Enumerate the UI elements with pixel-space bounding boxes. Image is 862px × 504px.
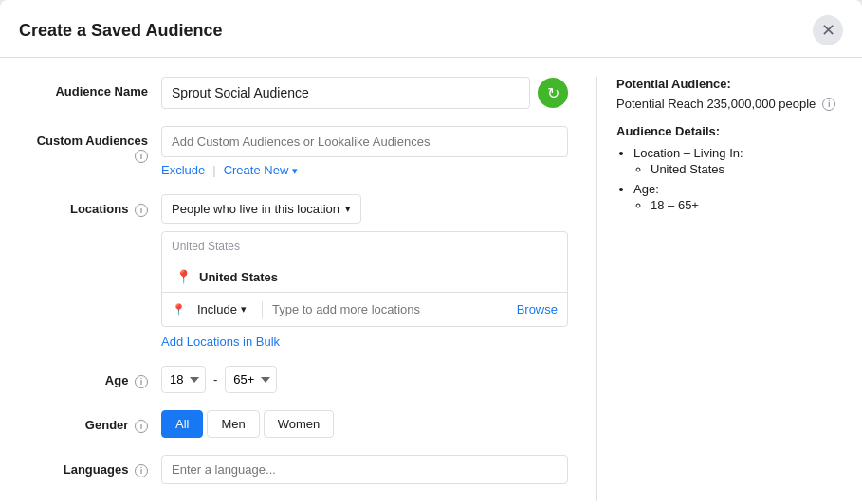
location-search-label: United States: [162, 232, 567, 261]
chevron-down-icon: ▾: [241, 303, 247, 315]
modal: Create a Saved Audience ✕ Audience Name …: [0, 0, 862, 504]
gender-info-icon: i: [135, 420, 148, 433]
audience-details-title: Audience Details:: [616, 124, 843, 138]
chevron-down-icon: ▾: [345, 203, 351, 215]
detail-location: Location – Living In: United States: [633, 146, 843, 176]
detail-age-value: 18 – 65+: [651, 198, 843, 212]
locations-label: Locations i: [19, 194, 161, 217]
potential-reach-info-icon: i: [822, 98, 835, 111]
audience-name-label: Audience Name: [19, 77, 161, 99]
location-input-row: 📍 Include ▾ Browse: [162, 292, 567, 326]
close-button[interactable]: ✕: [813, 15, 843, 45]
chevron-down-icon: ▾: [292, 165, 298, 176]
modal-title: Create a Saved Audience: [19, 21, 222, 41]
age-max-select[interactable]: 65+ 55 45: [225, 366, 277, 393]
pin-small-icon: 📍: [172, 303, 186, 316]
audience-name-row: Audience Name ↻: [19, 77, 568, 109]
gender-women-button[interactable]: Women: [264, 410, 335, 438]
left-panel: Audience Name ↻ Custom Audiences i Exclu…: [19, 77, 596, 501]
gender-all-button[interactable]: All: [161, 410, 203, 438]
exclude-button[interactable]: Exclude: [161, 163, 205, 177]
audience-details: Location – Living In: United States Age:…: [616, 146, 843, 212]
locations-info-icon: i: [135, 204, 148, 217]
custom-audiences-label: Custom Audiences i: [19, 126, 161, 163]
custom-audiences-input[interactable]: [161, 126, 568, 157]
right-panel: Potential Audience: Potential Reach 235,…: [596, 77, 843, 501]
modal-header: Create a Saved Audience ✕: [0, 0, 862, 58]
age-label: Age i: [19, 366, 161, 388]
location-type-dropdown[interactable]: People who live in this location ▾: [161, 194, 361, 224]
age-info-icon: i: [135, 375, 148, 388]
potential-reach: Potential Reach 235,000,000 people i: [616, 97, 843, 111]
modal-body: Audience Name ↻ Custom Audiences i Exclu…: [0, 58, 862, 501]
locations-row: Locations i People who live in this loca…: [19, 194, 568, 349]
browse-button[interactable]: Browse: [517, 302, 558, 316]
age-separator: -: [213, 372, 217, 387]
detail-age: Age: 18 – 65+: [633, 182, 843, 212]
potential-audience-title: Potential Audience:: [616, 77, 843, 91]
age-min-select[interactable]: 18 21 25: [161, 366, 206, 393]
languages-info-icon: i: [135, 464, 148, 477]
vertical-divider: [262, 301, 263, 318]
custom-audiences-info-icon: i: [135, 150, 148, 163]
gender-row: Gender i All Men Women: [19, 410, 568, 438]
detail-location-value: United States: [651, 162, 843, 176]
custom-audiences-wrap: Exclude | Create New ▾: [161, 126, 568, 177]
create-new-button[interactable]: Create New ▾: [224, 163, 298, 177]
exclude-create-row: Exclude | Create New ▾: [161, 163, 568, 177]
age-controls: 18 21 25 - 65+ 55 45: [161, 366, 568, 393]
age-row: Age i 18 21 25 - 65+ 55 45: [19, 366, 568, 393]
location-item: 📍 United States: [162, 261, 567, 292]
age-wrap: 18 21 25 - 65+ 55 45: [161, 366, 568, 393]
add-bulk-link[interactable]: Add Locations in Bulk: [161, 334, 568, 349]
audience-name-input[interactable]: [161, 77, 530, 109]
location-type-input[interactable]: [272, 302, 511, 316]
gender-label: Gender i: [19, 410, 161, 433]
audience-name-wrap: ↻: [161, 77, 568, 109]
gender-buttons: All Men Women: [161, 410, 568, 438]
include-dropdown[interactable]: Include ▾: [192, 298, 252, 320]
custom-audiences-row: Custom Audiences i Exclude | Create New …: [19, 126, 568, 177]
gender-men-button[interactable]: Men: [207, 410, 259, 438]
locations-wrap: People who live in this location ▾ Unite…: [161, 194, 568, 349]
gender-wrap: All Men Women: [161, 410, 568, 438]
divider: |: [212, 163, 215, 177]
languages-row: Languages i: [19, 455, 568, 484]
languages-input[interactable]: [161, 455, 568, 484]
languages-label: Languages i: [19, 455, 161, 477]
refresh-button[interactable]: ↻: [538, 78, 568, 108]
location-box: United States 📍 United States 📍 Include …: [161, 231, 568, 327]
languages-wrap: [161, 455, 568, 484]
pin-icon: 📍: [175, 269, 192, 284]
